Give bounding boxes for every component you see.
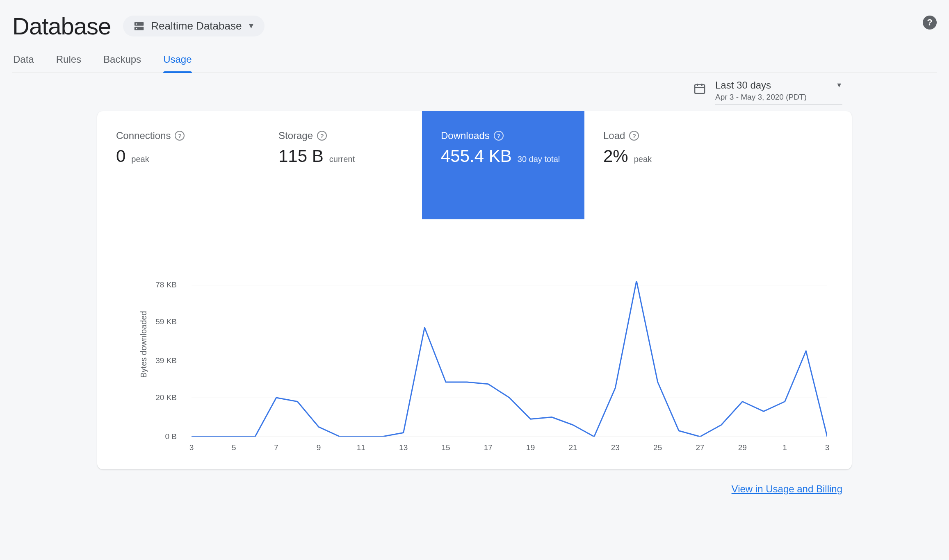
help-button[interactable]: ? — [923, 16, 937, 30]
x-tick-label: 9 — [317, 443, 321, 452]
tab-usage[interactable]: Usage — [163, 51, 192, 73]
database-selector[interactable]: Realtime Database ▼ — [123, 16, 265, 36]
x-tick-label: 21 — [568, 443, 577, 452]
metric-title: Connections — [116, 130, 171, 141]
metric-sub: peak — [634, 155, 652, 164]
metric-value: 115 B — [278, 146, 324, 166]
y-tick-label: 39 KB — [151, 356, 183, 365]
y-axis-label: Bytes downloaded — [139, 311, 148, 378]
downloads-chart: Bytes downloaded 0 B20 KB39 KB59 KB78 KB… — [97, 219, 852, 469]
x-tick-label: 13 — [399, 443, 408, 452]
metric-sub: peak — [131, 155, 149, 164]
page-title: Database — [12, 12, 111, 40]
x-tick-label: 3 — [825, 443, 830, 452]
y-tick-label: 0 B — [151, 432, 183, 441]
view-usage-billing-link[interactable]: View in Usage and Billing — [732, 483, 842, 495]
x-tick-label: 29 — [738, 443, 747, 452]
chart-line — [192, 281, 827, 437]
x-tick-label: 7 — [274, 443, 278, 452]
x-tick-label: 19 — [526, 443, 535, 452]
tabs: Data Rules Backups Usage — [12, 51, 937, 73]
help-icon[interactable]: ? — [175, 131, 185, 141]
tab-data[interactable]: Data — [13, 51, 34, 73]
y-tick-label: 20 KB — [151, 393, 183, 402]
tab-rules[interactable]: Rules — [56, 51, 81, 73]
svg-rect-0 — [135, 22, 144, 26]
svg-rect-1 — [135, 27, 144, 30]
x-tick-label: 5 — [232, 443, 236, 452]
y-tick-label: 59 KB — [151, 317, 183, 326]
metric-value: 2% — [603, 146, 628, 166]
metric-value: 455.4 KB — [441, 146, 512, 166]
date-range-label: Last 30 days — [715, 80, 771, 91]
help-icon[interactable]: ? — [629, 131, 639, 141]
metric-load[interactable]: Load ? 2% peak — [584, 123, 747, 219]
usage-card: Connections ? 0 peak Storage ? 115 B cur… — [97, 111, 852, 469]
x-tick-label: 1 — [782, 443, 787, 452]
caret-down-icon: ▼ — [836, 82, 842, 89]
metric-sub: current — [329, 155, 355, 164]
database-stack-icon — [133, 20, 145, 32]
help-icon[interactable]: ? — [494, 131, 504, 141]
date-range-picker[interactable]: Last 30 days ▼ Apr 3 - May 3, 2020 (PDT) — [693, 80, 842, 105]
metric-storage[interactable]: Storage ? 115 B current — [260, 123, 422, 219]
x-tick-label: 3 — [189, 443, 194, 452]
y-tick-label: 78 KB — [151, 280, 183, 289]
question-icon: ? — [927, 17, 932, 28]
x-tick-label: 25 — [653, 443, 662, 452]
metric-connections[interactable]: Connections ? 0 peak — [97, 123, 260, 219]
x-tick-label: 27 — [696, 443, 704, 452]
tab-backups[interactable]: Backups — [103, 51, 141, 73]
metric-sub: 30 day total — [518, 155, 560, 164]
svg-point-2 — [136, 23, 137, 24]
metric-value: 0 — [116, 146, 125, 166]
x-tick-label: 11 — [357, 443, 365, 452]
caret-down-icon: ▼ — [247, 22, 255, 30]
metric-title: Load — [603, 130, 625, 141]
metric-title: Downloads — [441, 130, 490, 141]
svg-point-3 — [136, 28, 137, 29]
x-tick-label: 23 — [611, 443, 620, 452]
svg-rect-4 — [695, 85, 705, 93]
x-tick-label: 17 — [484, 443, 493, 452]
x-tick-label: 15 — [441, 443, 450, 452]
calendar-icon — [693, 82, 706, 97]
metric-title: Storage — [278, 130, 313, 141]
help-icon[interactable]: ? — [317, 131, 327, 141]
date-range-detail: Apr 3 - May 3, 2020 (PDT) — [715, 93, 842, 102]
metric-downloads[interactable]: Downloads ? 455.4 KB 30 day total — [422, 111, 584, 219]
database-selector-label: Realtime Database — [151, 20, 242, 32]
